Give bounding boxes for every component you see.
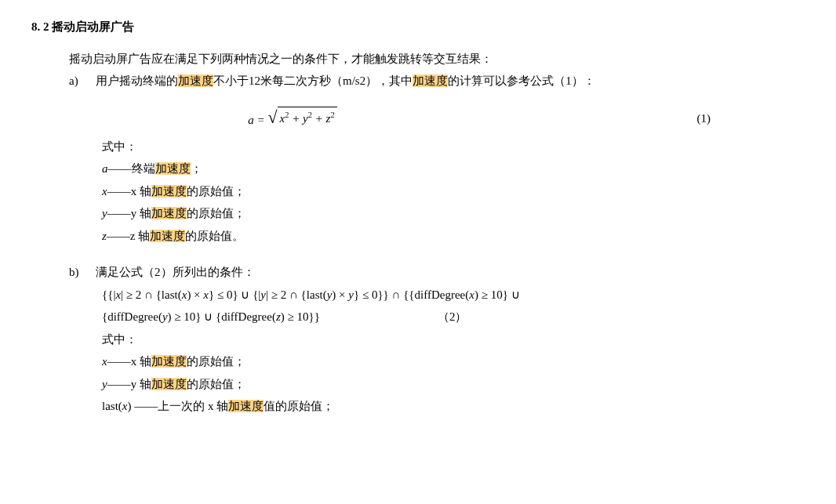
item-a-text: 用户摇动终端的加速度不小于12米每二次方秒（m/s2），其中加速度的计算可以参考… (96, 70, 595, 92)
formula-2-number: （2） (438, 306, 467, 328)
section-title: 摇动启动屏广告 (52, 20, 134, 33)
item-a: a) 用户摇动终端的加速度不小于12米每二次方秒（m/s2），其中加速度的计算可… (69, 70, 805, 92)
where-1-x: x——x 轴加速度的原始值； (102, 180, 805, 203)
where-2-x: x——x 轴加速度的原始值； (102, 350, 805, 373)
formula-1-number: (1) (554, 107, 805, 130)
text-fragment: 用户摇动终端的 (96, 74, 178, 87)
item-b-text: 满足公式（2）所列出的条件： (96, 261, 255, 284)
text-fragment: 的计算可以参考公式（1）： (448, 74, 595, 87)
formula-2-line1: {{|x| ≥ 2 ∩ {last(x) × x} ≤ 0} ∪ {|y| ≥ … (102, 284, 520, 306)
item-a-label: a) (69, 70, 96, 92)
formula-1: a = √x2 + y2 + z2 (1) (31, 107, 805, 131)
text-fragment: 不小于12米每二次方秒（m/s2），其中 (213, 74, 413, 87)
section-heading: 8. 2 摇动启动屏广告 (31, 16, 805, 38)
where-1-z: z——z 轴加速度的原始值。 (102, 225, 805, 248)
where-1-title: 式中： (102, 136, 805, 158)
highlight: 加速度 (178, 74, 213, 87)
intro-paragraph: 摇动启动屏广告应在满足下列两种情况之一的条件下，才能触发跳转等交互结果： (69, 48, 805, 71)
where-2-title: 式中： (102, 328, 805, 351)
where-2-y: y——y 轴加速度的原始值； (102, 373, 805, 396)
where-1-a: a——终端加速度； (102, 158, 805, 180)
formula-2-line2: {diffDegree(y) ≥ 10} ∪ {diffDegree(z) ≥ … (102, 306, 320, 328)
item-b-label: b) (69, 261, 96, 284)
formula-1-expression: a = √x2 + y2 + z2 (31, 107, 554, 131)
section-number: 8. 2 (31, 20, 49, 33)
highlight: 加速度 (413, 74, 448, 87)
where-1-y: y——y 轴加速度的原始值； (102, 202, 805, 225)
formula-2: {{|x| ≥ 2 ∩ {last(x) × x} ≤ 0} ∪ {|y| ≥ … (102, 284, 805, 328)
where-2-lastx: last(x) ——上一次的 x 轴加速度值的原始值； (102, 395, 805, 418)
item-b: b) 满足公式（2）所列出的条件： (69, 261, 805, 284)
